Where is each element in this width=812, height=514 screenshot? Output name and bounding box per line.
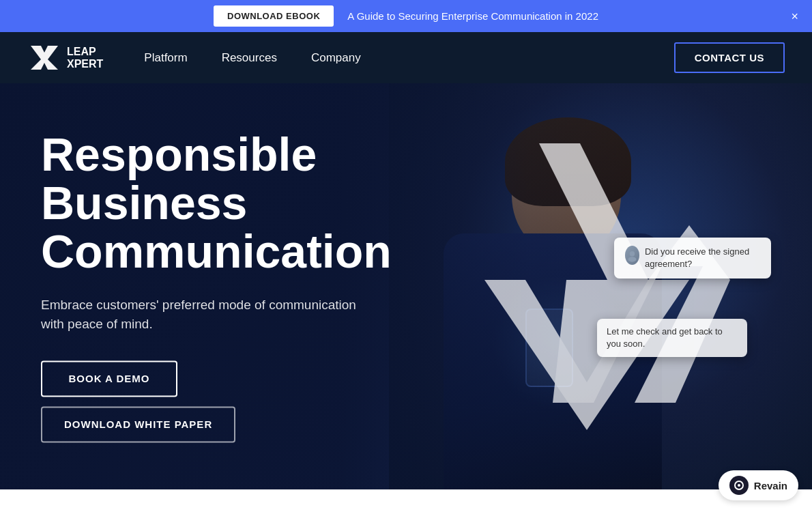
hero-buttons: BOOK A DEMO DOWNLOAD WHITE PAPER [41,360,392,442]
chat-bubble-1: Did you receive the signed agreement? [614,238,771,279]
nav-item-resources[interactable]: Resources [222,51,277,65]
svg-marker-0 [31,46,58,70]
download-ebook-button[interactable]: DOWNLOAD EBOOK [214,5,334,27]
book-demo-button[interactable]: BOOK A DEMO [41,360,177,397]
contact-us-button[interactable]: CONTACT US [674,42,785,73]
nav-links: Platform Resources Company [144,51,360,65]
logo-icon [27,42,61,73]
nav-item-platform[interactable]: Platform [144,51,187,65]
hero-logo-overlay [444,143,730,430]
chat-avatar-1 [625,246,639,265]
nav-link-company[interactable]: Company [311,51,361,64]
hero-title-line3: Communication [41,226,392,278]
revain-label: Revain [754,480,787,490]
hero-title-line1: Responsible [41,128,317,180]
hero-title: Responsible Business Communication [41,130,392,276]
nav-link-platform[interactable]: Platform [144,51,187,64]
top-banner: DOWNLOAD EBOOK A Guide to Securing Enter… [0,0,812,32]
revain-badge[interactable]: Revain [719,470,798,489]
chat-bubble-2-text: Let me check and get back to you soon. [607,326,723,349]
nav-item-company[interactable]: Company [311,51,361,65]
banner-close-button[interactable]: × [791,10,798,23]
hero-subtitle: Embrace customers' preferred mode of com… [41,296,368,334]
download-whitepaper-button[interactable]: DOWNLOAD WHITE PAPER [41,406,235,442]
logo[interactable]: LEAPXPERT [27,42,103,73]
navbar-left: LEAPXPERT Platform Resources Company [27,42,361,73]
svg-point-3 [630,251,635,256]
svg-point-4 [628,257,636,261]
logo-text: LEAPXPERT [67,46,103,70]
hero-section: Did you receive the signed agreement? Le… [0,83,812,489]
svg-point-6 [738,484,740,487]
revain-icon [729,476,749,489]
chat-bubble-2: Let me check and get back to you soon. [597,319,747,357]
hero-title-line2: Business [41,177,247,229]
chat-bubble-1-text: Did you receive the signed agreement? [645,246,760,270]
nav-link-resources[interactable]: Resources [222,51,277,64]
hero-content: Responsible Business Communication Embra… [41,130,392,442]
banner-text: A Guide to Securing Enterprise Communica… [347,10,598,22]
navbar: LEAPXPERT Platform Resources Company CON… [0,32,812,83]
